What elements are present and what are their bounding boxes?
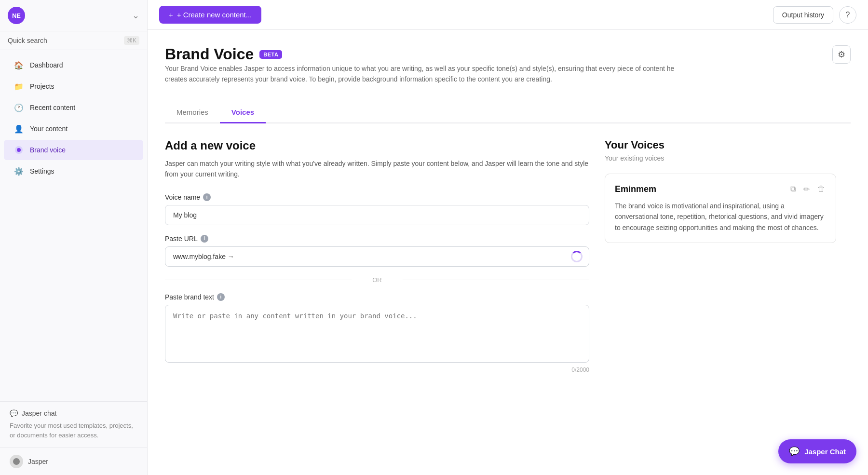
paste-url-info-icon[interactable]: i bbox=[201, 235, 208, 243]
help-button[interactable]: ? bbox=[839, 6, 856, 24]
add-voice-panel: Add a new voice Jasper can match your wr… bbox=[165, 139, 589, 373]
paste-url-input[interactable] bbox=[165, 246, 589, 267]
chat-bubble-icon: 💬 bbox=[789, 446, 800, 457]
edit-voice-button[interactable]: ✏ bbox=[802, 184, 811, 195]
voice-card: Eminmem ⧉ ✏ 🗑 bbox=[605, 174, 836, 243]
sidebar-item-dashboard[interactable]: 🏠 Dashboard bbox=[4, 55, 143, 75]
voice-actions: ⧉ ✏ 🗑 bbox=[789, 184, 826, 195]
sidebar-nav: 🏠 Dashboard 📁 Projects 🕐 Recent content … bbox=[0, 50, 147, 401]
create-new-content-button[interactable]: + + Create new content... bbox=[159, 6, 261, 24]
quick-search-shortcut: ⌘K bbox=[124, 36, 139, 45]
brand-voice-icon bbox=[14, 145, 24, 155]
add-voice-description: Jasper can match your writing style with… bbox=[165, 158, 589, 180]
sidebar-header: NE ⌄ bbox=[0, 0, 147, 31]
add-voice-title: Add a new voice bbox=[165, 139, 589, 152]
two-col-layout: Add a new voice Jasper can match your wr… bbox=[165, 139, 851, 373]
sidebar: NE ⌄ Quick search ⌘K 🏠 Dashboard 📁 Proje… bbox=[0, 0, 148, 475]
beta-badge: BETA bbox=[259, 50, 282, 59]
sidebar-item-label: Dashboard bbox=[30, 61, 63, 69]
sidebar-item-label: Recent content bbox=[30, 104, 75, 111]
user-icon: 👤 bbox=[14, 123, 24, 134]
copy-icon: ⧉ bbox=[790, 185, 796, 193]
jasper-logo-icon bbox=[10, 455, 23, 468]
trash-icon: 🗑 bbox=[817, 185, 825, 193]
delete-voice-button[interactable]: 🗑 bbox=[816, 184, 826, 195]
topbar: + + Create new content... Output history… bbox=[148, 0, 868, 30]
dashboard-icon: 🏠 bbox=[14, 60, 24, 70]
main-content: + + Create new content... Output history… bbox=[148, 0, 868, 475]
sidebar-footer-label: Jasper bbox=[28, 458, 48, 465]
your-voices-title: Your Voices bbox=[605, 139, 836, 151]
page-content: Brand Voice BETA Your Brand Voice enable… bbox=[148, 30, 868, 475]
settings-icon: ⚙️ bbox=[14, 166, 24, 176]
page-title-row: Brand Voice BETA bbox=[165, 45, 695, 63]
paste-url-label: Paste URL i bbox=[165, 235, 589, 243]
avatar: NE bbox=[8, 7, 25, 24]
tab-voices[interactable]: Voices bbox=[220, 102, 266, 123]
plus-icon: + bbox=[169, 11, 173, 19]
sidebar-item-label: Brand voice bbox=[30, 146, 66, 154]
tab-bar: Memories Voices bbox=[165, 102, 851, 123]
page-settings-button[interactable]: ⚙ bbox=[832, 45, 851, 64]
char-count: 0/2000 bbox=[165, 366, 589, 373]
loading-spinner bbox=[571, 251, 583, 262]
tab-memories[interactable]: Memories bbox=[165, 102, 220, 123]
topbar-right: Output history ? bbox=[773, 6, 856, 24]
gear-icon: ⚙ bbox=[838, 49, 845, 60]
your-voices-panel: Your Voices Your existing voices Eminmem… bbox=[605, 139, 836, 373]
copy-voice-button[interactable]: ⧉ bbox=[789, 184, 797, 195]
page-title: Brand Voice bbox=[165, 45, 254, 63]
voice-card-header: Eminmem ⧉ ✏ 🗑 bbox=[615, 184, 826, 195]
voice-name-info-icon[interactable]: i bbox=[203, 193, 211, 201]
chat-promo-icon: 💬 bbox=[10, 409, 18, 417]
voice-name-input[interactable] bbox=[165, 205, 589, 225]
url-field-wrapper bbox=[165, 246, 589, 267]
output-history-button[interactable]: Output history bbox=[773, 6, 833, 24]
sidebar-footer[interactable]: Jasper bbox=[0, 448, 147, 475]
folder-icon: 📁 bbox=[14, 81, 24, 92]
create-btn-label: + Create new content... bbox=[177, 11, 252, 19]
voice-name: Eminmem bbox=[615, 184, 656, 194]
or-divider: OR bbox=[165, 276, 589, 284]
sidebar-item-label: Settings bbox=[30, 167, 54, 175]
quick-search[interactable]: Quick search ⌘K bbox=[0, 31, 147, 50]
page-header: Brand Voice BETA Your Brand Voice enable… bbox=[165, 45, 851, 96]
sidebar-item-brand-voice[interactable]: Brand voice bbox=[4, 140, 143, 160]
voice-description: The brand voice is motivational and insp… bbox=[615, 201, 826, 233]
jasper-chat-btn-label: Jasper Chat bbox=[804, 448, 846, 456]
clock-icon: 🕐 bbox=[14, 102, 24, 113]
svg-point-1 bbox=[17, 148, 21, 152]
quick-search-label: Quick search bbox=[8, 37, 47, 44]
paste-brand-text-textarea[interactable] bbox=[165, 305, 589, 363]
sidebar-item-your-content[interactable]: 👤 Your content bbox=[4, 119, 143, 139]
edit-icon: ✏ bbox=[803, 185, 810, 193]
page-description: Your Brand Voice enables Jasper to acces… bbox=[165, 63, 695, 85]
svg-point-2 bbox=[13, 458, 20, 465]
sidebar-item-label: Your content bbox=[30, 125, 68, 133]
paste-brand-text-info-icon[interactable]: i bbox=[217, 293, 225, 301]
jasper-chat-button[interactable]: 💬 Jasper Chat bbox=[778, 439, 856, 463]
chevron-down-icon[interactable]: ⌄ bbox=[132, 10, 139, 21]
sidebar-item-projects[interactable]: 📁 Projects bbox=[4, 76, 143, 96]
paste-brand-text-label: Paste brand text i bbox=[165, 293, 589, 301]
sidebar-item-label: Projects bbox=[30, 82, 54, 90]
jasper-chat-promo-desc: Favorite your most used templates, proje… bbox=[10, 421, 137, 440]
sidebar-item-settings[interactable]: ⚙️ Settings bbox=[4, 161, 143, 181]
your-voices-subtitle: Your existing voices bbox=[605, 154, 836, 162]
jasper-chat-promo-label: Jasper chat bbox=[22, 409, 56, 417]
jasper-chat-promo: 💬 Jasper chat Favorite your most used te… bbox=[0, 401, 147, 448]
voice-name-label: Voice name i bbox=[165, 193, 589, 201]
sidebar-item-recent-content[interactable]: 🕐 Recent content bbox=[4, 97, 143, 118]
